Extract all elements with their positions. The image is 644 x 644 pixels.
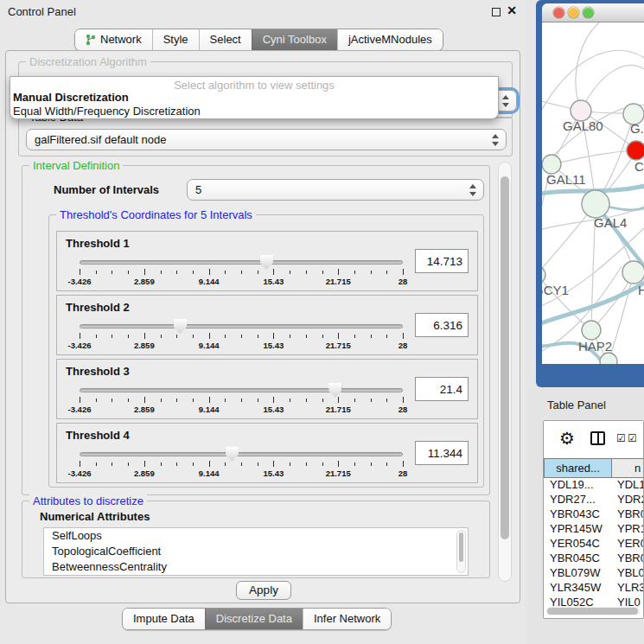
dropdown-option[interactable]: Equal Width/Frequency Discretization	[10, 105, 498, 118]
table-row[interactable]: YBL079WYBL0	[544, 566, 643, 581]
interval-definition-title: Interval Definition	[29, 159, 123, 172]
cell-shared-name: YDR27...	[544, 493, 612, 507]
tick-mark	[290, 335, 290, 338]
mode-tab-discretize-data[interactable]: Discretize Data	[205, 609, 303, 629]
network-node-gal4[interactable]	[582, 190, 609, 218]
table-row[interactable]: YPR145WYPR1	[544, 522, 643, 537]
table-header-row: shared... n	[544, 458, 643, 478]
tick-mark	[225, 462, 226, 466]
tick-mark	[338, 333, 339, 339]
attribute-item[interactable]: TopologicalCoefficient	[44, 544, 468, 559]
number-of-intervals-combobox[interactable]: 5	[187, 179, 484, 201]
tick-mark	[161, 335, 162, 338]
table-horizontal-scrollbar[interactable]	[546, 607, 641, 615]
table-scrollbar-thumb[interactable]	[547, 608, 638, 615]
tab-label: Network	[100, 33, 142, 46]
dropdown-option[interactable]: Manual Discretization	[10, 91, 498, 105]
tick-mark	[273, 269, 274, 275]
network-graph: GAL80G.CGAL11GAL4GCY1HHAP2	[542, 22, 644, 364]
tick-mark	[258, 335, 258, 338]
tick-mark	[161, 399, 162, 402]
attributes-group-title: Attributes to discretize	[29, 494, 147, 507]
checkbox-icon[interactable]: ☑	[628, 432, 637, 444]
mode-tab-infer-network[interactable]: Infer Network	[303, 609, 391, 629]
float-window-icon[interactable]	[492, 8, 501, 16]
control-panel-tabs: NetworkStyleSelectCyni ToolboxjActiveMNo…	[74, 29, 443, 51]
tick-label: 15.43	[264, 405, 284, 414]
mode-tab-label: Infer Network	[314, 612, 380, 625]
network-node-gcy1[interactable]	[542, 266, 545, 284]
tick-mark	[193, 462, 194, 466]
slider-track[interactable]	[80, 388, 403, 392]
tick-label: 28	[399, 405, 408, 414]
network-node-c[interactable]	[627, 141, 644, 160]
table-row[interactable]: YDR27...YDR2	[544, 493, 643, 507]
threshold-label: Threshold 2	[66, 301, 130, 314]
gear-icon[interactable]: ⚙	[559, 428, 575, 449]
network-node-h[interactable]	[622, 261, 644, 284]
table-data-value: galFiltered.sif default node	[35, 133, 166, 146]
tick-mark	[306, 399, 307, 402]
tab-style[interactable]: Style	[152, 29, 199, 50]
tick-label: 21.715	[326, 405, 351, 414]
table-row[interactable]: YBR043CYBR0	[544, 507, 643, 522]
checkbox-icon[interactable]: ☑	[616, 432, 626, 444]
threshold-label: Threshold 3	[66, 365, 130, 378]
slider-track[interactable]	[80, 324, 403, 328]
tick-mark	[209, 333, 210, 339]
slider-thumb[interactable]	[260, 255, 273, 270]
tick-mark	[176, 462, 177, 466]
tick-mark	[193, 271, 194, 274]
zoom-traffic-light-icon[interactable]	[583, 7, 594, 18]
threshold-slider[interactable]: -3.4262.8599.14415.4321.71528	[80, 318, 403, 353]
table-row[interactable]: YDL19...YDL1	[544, 478, 643, 493]
cyni-mode-tabs: Impute DataDiscretize DataInfer Network	[122, 608, 392, 630]
apply-button[interactable]: Apply	[236, 581, 291, 600]
table-row[interactable]: YER054CYER0	[544, 537, 643, 552]
slider-thumb[interactable]	[226, 447, 239, 462]
slider-thumb[interactable]	[328, 383, 341, 398]
table-data-combobox[interactable]: galFiltered.sif default node	[26, 129, 507, 150]
close-traffic-light-icon[interactable]	[553, 7, 564, 18]
settings-scrollbar-thumb[interactable]	[501, 176, 509, 539]
threshold-value-field[interactable]: 11.344	[415, 441, 469, 465]
network-node-hap2[interactable]	[582, 321, 601, 340]
threshold-slider[interactable]: -3.4262.8599.14415.4321.71528	[80, 254, 403, 289]
table-row[interactable]: YLR345WYLR3	[544, 581, 643, 596]
tab-jactivemnodules[interactable]: jActiveMNodules	[337, 29, 443, 50]
slider-track[interactable]	[80, 452, 403, 456]
threshold-slider[interactable]: -3.4262.8599.14415.4321.71528	[80, 446, 403, 481]
cell-name: YER0	[612, 537, 643, 552]
network-node[interactable]	[600, 353, 617, 364]
network-node-gal11[interactable]	[542, 155, 561, 174]
tick-mark	[241, 399, 242, 402]
close-icon[interactable]: ✕	[507, 3, 517, 17]
column-header-shared-name[interactable]: shared...	[544, 458, 612, 478]
slider-thumb[interactable]	[174, 319, 187, 334]
tab-select[interactable]: Select	[199, 29, 252, 50]
threshold-value-field[interactable]: 21.4	[415, 377, 469, 401]
table-row[interactable]: YBR045CYBR0	[544, 552, 643, 566]
minimize-traffic-light-icon[interactable]	[568, 7, 579, 18]
split-columns-icon[interactable]	[590, 431, 605, 445]
thresholds-group: Threshold's Coordinates for 5 Intervals …	[48, 214, 484, 488]
slider-track[interactable]	[80, 260, 403, 265]
network-canvas[interactable]: GAL80G.CGAL11GAL4GCY1HHAP2	[542, 22, 644, 364]
attribute-item[interactable]: SelfLoops	[44, 528, 468, 544]
tick-mark	[128, 335, 129, 338]
algorithm-dropdown-popup: Select algorithm to view settings Manual…	[10, 76, 499, 119]
mode-tab-impute-data[interactable]: Impute Data	[123, 609, 205, 629]
attribute-item[interactable]: BetweennessCentrality	[44, 559, 468, 575]
tab-cyni-toolbox[interactable]: Cyni Toolbox	[252, 29, 337, 50]
cell-shared-name: YLR345W	[544, 581, 612, 596]
settings-scrollbar[interactable]	[498, 162, 512, 582]
tick-mark	[371, 335, 372, 338]
tab-network[interactable]: Network	[75, 29, 152, 50]
threshold-value-field[interactable]: 14.713	[415, 249, 469, 273]
attributes-scrollbar[interactable]	[456, 530, 466, 573]
attributes-scrollbar-thumb[interactable]	[459, 532, 463, 562]
column-header-name[interactable]: n	[612, 458, 643, 478]
tick-label: 9.144	[199, 341, 220, 350]
threshold-value-field[interactable]: 6.316	[415, 313, 469, 337]
threshold-slider[interactable]: -3.4262.8599.14415.4321.71528	[80, 382, 403, 417]
